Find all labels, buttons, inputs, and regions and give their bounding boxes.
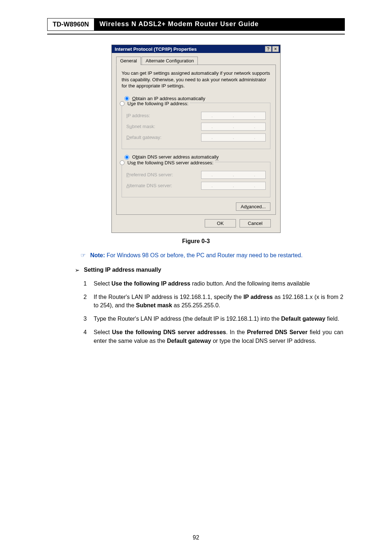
help-icon: ? xyxy=(267,47,269,51)
ip-address-field[interactable]: ... xyxy=(201,112,266,120)
step-4: 4 Select Use the following DNS server ad… xyxy=(83,328,343,345)
document-header: TD-W8960N Wireless N ADSL2+ Modem Router… xyxy=(47,18,345,31)
steps-list: 1 Select Use the following IP address ra… xyxy=(83,279,343,345)
model-number: TD-W8960N xyxy=(47,18,94,31)
pointing-hand-icon: ☞ xyxy=(81,252,86,258)
default-gateway-field[interactable]: ... xyxy=(201,134,266,141)
close-icon: × xyxy=(274,47,277,51)
chevron-right-icon: ➢ xyxy=(75,267,79,274)
radio-obtain-ip-auto[interactable]: OObtain an IP address automaticallybtain… xyxy=(124,96,270,101)
ok-button[interactable]: OK xyxy=(205,219,236,227)
radio-use-following-dns[interactable]: Use the following DNS server addresses:U… xyxy=(118,160,215,165)
note-label: Note: xyxy=(90,252,105,258)
label-preferred-dns: Preferred DNS server:Preferred DNS serve… xyxy=(126,172,173,177)
header-divider xyxy=(47,34,345,34)
tab-strip: General Alternate Configuration xyxy=(116,57,276,65)
dialog-title: Internet Protocol (TCP/IP) Properties xyxy=(113,46,265,52)
cancel-button[interactable]: Cancel xyxy=(240,219,271,227)
dialog-titlebar: Internet Protocol (TCP/IP) Properties ? … xyxy=(112,45,280,53)
radio-obtain-dns-auto-input[interactable] xyxy=(124,155,129,160)
radio-use-following-dns-input[interactable] xyxy=(120,160,124,165)
step-number: 2 xyxy=(83,293,94,309)
step-1: 1 Select Use the following IP address ra… xyxy=(83,279,343,288)
radio-use-following-ip-input[interactable] xyxy=(120,101,124,106)
label-default-gateway: Default gateway:Default gateway: xyxy=(126,135,162,140)
radio-use-following-ip[interactable]: Use the following IP address:Use the fol… xyxy=(118,101,190,106)
figure-caption: Figure 0-3 xyxy=(47,238,345,245)
page-number: 92 xyxy=(0,534,392,541)
subnet-mask-field[interactable]: ... xyxy=(201,123,266,131)
label-alternate-dns: Alternate DNS server:Alternate DNS serve… xyxy=(126,183,172,188)
advanced-button[interactable]: Advanced...Advanced... xyxy=(236,202,270,211)
tcpip-properties-dialog: Internet Protocol (TCP/IP) Properties ? … xyxy=(111,45,281,233)
alternate-dns-field[interactable]: ... xyxy=(201,182,266,190)
help-button[interactable]: ? xyxy=(265,46,271,52)
radio-obtain-ip-auto-input[interactable] xyxy=(124,96,129,101)
section-title: Setting IP address manually xyxy=(84,267,161,273)
radio-obtain-dns-auto[interactable]: Obtain DNS server address automaticallyO… xyxy=(124,154,270,160)
tab-alternate-configuration[interactable]: Alternate Configuration xyxy=(142,57,198,65)
preferred-dns-field[interactable]: ... xyxy=(201,171,266,179)
step-number: 1 xyxy=(83,279,94,288)
section-heading: ➢ Setting IP address manually xyxy=(75,267,345,274)
step-number: 4 xyxy=(83,328,94,345)
document-title: Wireless N ADSL2+ Modem Router User Guid… xyxy=(94,18,345,31)
step-2: 2 If the Router's LAN IP address is 192.… xyxy=(83,293,343,309)
note-text: For Windows 98 OS or before, the PC and … xyxy=(107,252,303,258)
note-line: ☞ Note: For Windows 98 OS or before, the… xyxy=(81,252,345,259)
step-3: 3 Type the Router's LAN IP address (the … xyxy=(83,315,343,323)
close-button[interactable]: × xyxy=(272,46,279,52)
label-subnet-mask: Subnet mask:Subnet mask: xyxy=(126,124,155,129)
step-number: 3 xyxy=(83,315,94,323)
label-ip-address: IP address:IP address: xyxy=(126,113,150,118)
tab-general[interactable]: General xyxy=(116,57,141,65)
intro-text: You can get IP settings assigned automat… xyxy=(122,70,270,89)
